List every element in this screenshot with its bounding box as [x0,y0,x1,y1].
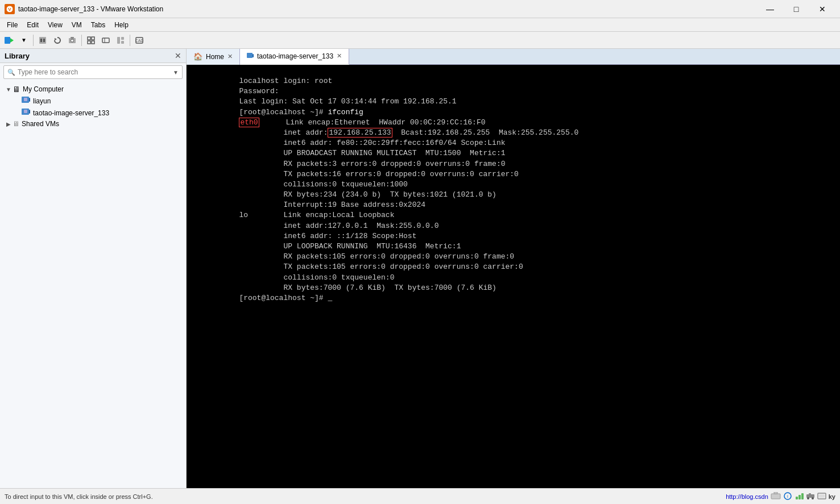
menu-file[interactable]: File [2,20,22,30]
svg-rect-14 [92,41,94,44]
term-lo-inet6: inet6 addr: ::1/128 Scope:Host [204,231,823,241]
svg-rect-4 [39,37,46,44]
tab-home-label: Home [206,53,224,61]
tab-bar: 🏠 Home ✕ taotao-image-server_133 ✕ [187,49,840,65]
svg-rect-15 [102,38,109,43]
menubar: File Edit View VM Tabs Help [0,18,840,32]
toolbar-fit[interactable] [99,34,113,47]
close-button[interactable]: ✕ [809,0,835,18]
svg-text:V: V [8,7,11,12]
tab-vm-label: taotao-image-server_133 [257,52,333,60]
term-login: localhost login: root [204,76,823,86]
svg-rect-9 [71,37,74,39]
svg-rect-27 [24,110,27,113]
search-input[interactable] [18,68,173,76]
sidebar-item-mycomputer[interactable]: ▼ 🖥 My Computer [0,84,186,95]
sidebar-item-taotao[interactable]: taotao-image-server_133 [9,107,186,119]
term-up-line: UP BROADCAST RUNNING MULTICAST MTU:1500 … [204,148,823,159]
vm-icon [22,96,31,106]
term-collisions-line: collisions:0 txqueuelen:1000 [204,180,823,190]
home-icon: 🏠 [193,52,202,61]
sidebar-item-liayun[interactable]: liayun [9,95,186,107]
toolbar-restart[interactable] [51,34,64,47]
statusbar-kv: ky [829,493,835,500]
svg-rect-35 [798,495,801,499]
term-prompt1: [root@localhost ~]# ifconfig [204,107,823,118]
search-dropdown-icon[interactable]: ▼ [173,69,179,76]
menu-view[interactable]: View [43,20,67,30]
svg-marker-7 [55,38,57,40]
term-password: Password: [204,86,823,97]
toolbar-fullscreen[interactable] [84,34,98,47]
statusbar-icon-2: i [783,492,792,501]
statusbar-icon-3 [795,492,804,501]
sidebar-close-button[interactable]: ✕ [175,51,181,60]
svg-rect-18 [121,37,124,40]
sidebar-item-sharedvms[interactable]: ▶ 🖥 Shared VMs [0,119,186,129]
status-text: To direct input to this VM, click inside… [5,493,153,500]
computer-icon: 🖥 [13,85,20,94]
titlebar: V taotao-image-server_133 - VMware Works… [0,0,840,18]
svg-rect-38 [809,493,811,495]
svg-rect-36 [801,493,804,499]
sidebar-header: Library ✕ [0,49,186,63]
toolbar-snapshot[interactable] [65,34,79,47]
term-lastlogin: Last login: Sat Oct 17 03:14:44 from 192… [204,97,823,107]
term-inet-line: inet addr:192.168.25.133 Bcast:192.168.2… [204,128,823,138]
sidebar-tree: ▼ 🖥 My Computer liayun taotao-image-serv… [0,81,186,488]
svg-rect-23 [29,98,30,102]
terminal[interactable]: localhost login: root Password: Last log… [187,65,840,488]
svg-rect-5 [40,39,42,42]
tab-home-close[interactable]: ✕ [227,53,233,60]
maximize-button[interactable]: □ [783,0,809,18]
minimize-button[interactable]: — [757,0,783,18]
sidebar: Library ✕ 🔍 ▼ ▼ 🖥 My Computer liayun [0,49,187,488]
term-lo-inet: inet addr:127.0.0.1 Mask:255.0.0.0 [204,221,823,231]
content-area: 🏠 Home ✕ taotao-image-server_133 ✕ local… [187,49,840,488]
statusbar-icon-4 [806,492,815,501]
toolbar-cad[interactable]: CAD [133,34,146,47]
term-lo-line: lo Link encap:Local Loopback [204,210,823,220]
term-prompt2: [root@localhost ~]# _ [204,293,823,303]
term-lo-bytes: RX bytes:7000 (7.6 KiB) TX bytes:7000 (7… [204,283,823,293]
toolbar-unity[interactable] [114,34,127,47]
tab-home[interactable]: 🏠 Home ✕ [187,49,240,65]
svg-rect-12 [92,37,94,40]
term-eth0-line: eth0 Link encap:Ethernet HWaddr 00:0C:29… [204,118,823,128]
term-bytes-line: RX bytes:234 (234.0 b) TX bytes:1021 (10… [204,190,823,200]
svg-rect-42 [819,494,825,498]
expand-icon: ▼ [5,86,13,93]
statusbar-url: http://blog.csdn [726,493,768,500]
menu-vm[interactable]: VM [67,20,86,30]
svg-rect-6 [43,39,45,42]
toolbar-suspend[interactable] [36,34,49,47]
svg-rect-13 [88,41,90,44]
toolbar-btn-1[interactable] [2,34,16,47]
sidebar-search-box[interactable]: 🔍 ▼ [3,65,183,79]
main-layout: Library ✕ 🔍 ▼ ▼ 🖥 My Computer liayun [0,49,840,488]
svg-marker-3 [10,38,14,43]
svg-rect-26 [29,110,30,114]
svg-rect-11 [88,37,90,40]
menu-help[interactable]: Help [110,20,133,30]
menu-tabs[interactable]: Tabs [86,20,110,30]
svg-rect-19 [121,41,124,44]
search-icon: 🔍 [7,69,15,76]
svg-rect-29 [253,54,254,57]
toolbar: ▼ CAD [0,32,840,49]
svg-rect-30 [771,494,780,499]
window-title: taotao-image-server_133 - VMware Worksta… [18,5,163,13]
toolbar-dropdown[interactable]: ▼ [17,34,31,47]
shared-icon: 🖥 [13,120,19,128]
term-lo-rx: RX packets:105 errors:0 dropped:0 overru… [204,252,823,262]
tab-vm[interactable]: taotao-image-server_133 ✕ [240,49,349,65]
term-cmd-ifconfig: ifconfig [328,108,363,116]
term-eth0-label: eth0 [239,118,259,127]
term-inet6-line: inet6 addr: fe80::20c:29ff:fecc:16f0/64 … [204,138,823,148]
vmware-icon: V [5,4,15,14]
term-cursor: _ [328,294,332,302]
tab-vm-close[interactable]: ✕ [337,52,342,60]
term-tx-line: TX packets:16 errors:0 dropped:0 overrun… [204,169,823,180]
svg-rect-24 [24,98,27,101]
menu-edit[interactable]: Edit [22,20,43,30]
